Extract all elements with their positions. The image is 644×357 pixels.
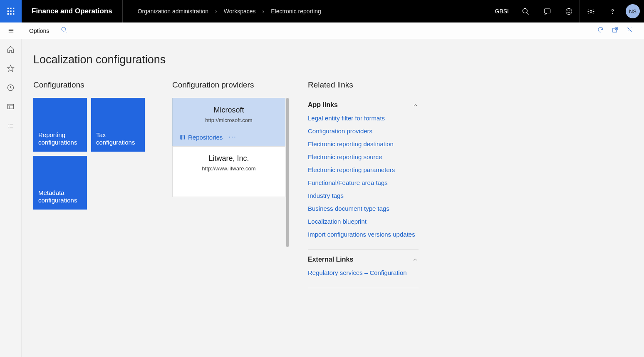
chevron-up-icon — [412, 257, 419, 263]
close-icon — [626, 26, 633, 33]
link-business-doc-tags[interactable]: Business document type tags — [308, 205, 424, 212]
settings-button[interactable] — [580, 0, 602, 22]
svg-line-21 — [65, 31, 67, 32]
rail-workspaces-button[interactable] — [6, 102, 16, 112]
tile-tax-configurations[interactable]: Tax configurations — [91, 98, 145, 152]
svg-rect-5 — [13, 10, 14, 12]
options-button[interactable]: Options — [27, 27, 52, 34]
svg-point-13 — [567, 10, 568, 11]
action-pane: Options — [22, 22, 644, 39]
smiley-icon — [565, 7, 573, 15]
section-divider — [308, 288, 419, 288]
nav-toggle-button[interactable] — [0, 22, 22, 39]
rail-recent-button[interactable] — [6, 82, 16, 92]
link-legal-entity-filter[interactable]: Legal entity filter for formats — [308, 115, 424, 122]
link-er-destination[interactable]: Electronic reporting destination — [308, 140, 424, 147]
providers-section: Configuration providers Microsoft http:/… — [172, 80, 285, 291]
link-feature-area-tags[interactable]: Functional/Feature area tags — [308, 179, 424, 186]
svg-line-23 — [615, 27, 618, 30]
providers-heading: Configuration providers — [172, 80, 285, 90]
repositories-button[interactable]: Repositories — [179, 134, 223, 141]
svg-marker-26 — [7, 65, 14, 71]
rail-home-button[interactable] — [6, 44, 16, 54]
popout-icon — [612, 26, 619, 33]
svg-rect-4 — [10, 10, 11, 12]
external-links-toggle[interactable]: External Links — [308, 252, 419, 267]
popout-button[interactable] — [612, 26, 619, 35]
modules-icon — [7, 122, 15, 130]
chevron-up-icon — [412, 102, 419, 108]
user-avatar[interactable]: NS — [626, 4, 640, 18]
external-links-title: External Links — [308, 256, 353, 263]
tile-label: Metadata configurations — [38, 189, 82, 205]
workspace-content: Localization configurations Configuratio… — [22, 39, 644, 357]
svg-point-16 — [612, 13, 613, 13]
link-industry-tags[interactable]: Industry tags — [308, 192, 424, 199]
providers-scrollbar[interactable] — [286, 98, 289, 247]
svg-rect-7 — [10, 13, 11, 15]
company-selector[interactable]: GBSI — [489, 8, 515, 15]
provider-name: Microsoft — [177, 106, 281, 115]
svg-rect-8 — [13, 13, 14, 15]
provider-card-microsoft[interactable]: Microsoft http://microsoft.com Repositor… — [172, 98, 285, 146]
related-links-heading: Related links — [308, 80, 424, 90]
provider-card-litware[interactable]: Litware, Inc. http://www.litware.com — [172, 146, 285, 197]
svg-line-10 — [526, 12, 528, 14]
breadcrumb: Organization administration › Workspaces… — [123, 8, 321, 15]
breadcrumb-item[interactable]: Organization administration — [138, 8, 208, 15]
messages-button[interactable] — [536, 0, 558, 22]
star-icon — [7, 65, 15, 72]
provider-card-header[interactable]: Litware, Inc. http://www.litware.com — [173, 147, 285, 177]
help-button[interactable] — [602, 0, 623, 22]
app-links-toggle[interactable]: App links — [308, 98, 419, 112]
provider-name: Litware, Inc. — [177, 154, 281, 163]
provider-url: http://microsoft.com — [177, 117, 281, 123]
breadcrumb-item[interactable]: Electronic reporting — [271, 8, 321, 15]
provider-more-button[interactable]: ··· — [228, 133, 236, 141]
tile-metadata-configurations[interactable]: Metadata configurations — [33, 156, 87, 210]
topbar-right-tools: GBSI NS — [489, 0, 644, 22]
chevron-right-icon: › — [263, 8, 265, 15]
svg-point-14 — [570, 10, 570, 11]
clock-icon — [7, 84, 15, 92]
external-links-list: Regulatory services – Configuration — [308, 267, 424, 284]
link-configuration-providers[interactable]: Configuration providers — [308, 127, 424, 135]
svg-point-9 — [523, 8, 527, 13]
app-links-list: Legal entity filter for formats Configur… — [308, 112, 424, 245]
link-er-source[interactable]: Electronic reporting source — [308, 153, 424, 160]
refresh-button[interactable] — [597, 26, 604, 35]
app-title[interactable]: Finance and Operations — [22, 0, 123, 22]
hamburger-icon — [7, 27, 15, 34]
provider-card-header[interactable]: Microsoft http://microsoft.com — [173, 98, 285, 129]
search-icon — [522, 7, 530, 15]
rail-modules-button[interactable] — [6, 121, 16, 131]
search-button[interactable] — [515, 0, 536, 22]
close-button[interactable] — [626, 26, 633, 35]
link-regulatory-services[interactable]: Regulatory services – Configuration — [308, 269, 424, 276]
message-icon — [543, 7, 551, 15]
svg-rect-2 — [13, 8, 14, 9]
link-er-parameters[interactable]: Electronic reporting parameters — [308, 166, 424, 173]
tile-reporting-configurations[interactable]: Reporting configurations — [33, 98, 87, 152]
svg-point-15 — [590, 10, 592, 12]
repositories-label: Repositories — [188, 134, 223, 141]
feedback-button[interactable] — [558, 0, 580, 22]
page-title: Localization configurations — [33, 53, 632, 66]
provider-url: http://www.litware.com — [177, 165, 281, 172]
link-import-config-updates[interactable]: Import configurations versions updates — [308, 231, 424, 238]
breadcrumb-item[interactable]: Workspaces — [224, 8, 256, 15]
gear-icon — [587, 7, 595, 15]
waffle-icon — [7, 7, 15, 15]
rail-favorites-button[interactable] — [6, 63, 16, 73]
tile-label: Tax configurations — [96, 131, 140, 147]
navigation-rail — [0, 39, 22, 357]
app-launcher-button[interactable] — [0, 0, 22, 22]
configurations-heading: Configurations — [33, 80, 150, 90]
svg-rect-1 — [10, 8, 11, 9]
page-search-button[interactable] — [61, 26, 68, 35]
svg-rect-11 — [544, 9, 550, 13]
link-localization-blueprint[interactable]: Localization blueprint — [308, 218, 424, 225]
refresh-icon — [597, 26, 604, 33]
related-links-section: Related links App links Legal entity fil… — [308, 80, 424, 291]
workspace-icon — [7, 103, 15, 111]
